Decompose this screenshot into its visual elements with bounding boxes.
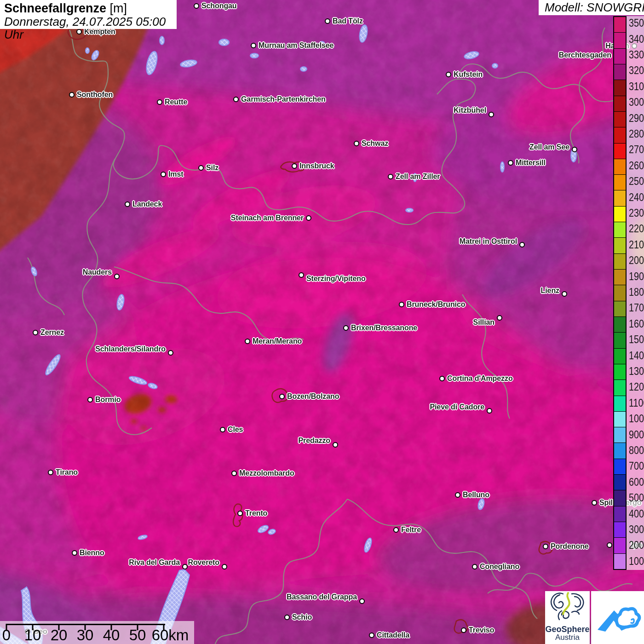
colorbar-tick-label: 1300 bbox=[629, 366, 644, 377]
city-dot bbox=[182, 564, 188, 569]
city-label: Cittadella bbox=[377, 631, 409, 639]
city-label: Bad Tölz bbox=[333, 17, 363, 25]
colorbar-cell bbox=[614, 159, 626, 175]
city-dot bbox=[233, 97, 239, 102]
city-dot bbox=[592, 500, 597, 506]
scalebar-tick-label: 40 bbox=[103, 627, 120, 644]
colorbar-cell bbox=[614, 443, 626, 459]
colorbar-cell bbox=[614, 127, 626, 143]
colorbar-cell bbox=[614, 80, 626, 96]
colorbar-cell bbox=[614, 412, 626, 427]
city-dot bbox=[222, 564, 227, 569]
city-dot bbox=[33, 330, 38, 335]
scalebar-tick-label: 0 bbox=[2, 627, 11, 644]
city-dot bbox=[306, 215, 311, 221]
colorbar-tick-label: 2200 bbox=[629, 224, 644, 234]
colorbar-cell bbox=[614, 554, 626, 569]
city-label: Bozen/Bolzano bbox=[287, 392, 339, 401]
city-label: Sillian bbox=[473, 318, 494, 327]
city-dot bbox=[497, 315, 502, 321]
city-dot bbox=[354, 141, 359, 146]
colorbar-cell bbox=[614, 270, 626, 285]
colorbar-tick-label: 3400 bbox=[629, 34, 644, 44]
weather-map-canvas: SchongauBad TölzKemptenMurnau am Staffel… bbox=[0, 0, 644, 644]
city-dot bbox=[299, 272, 304, 278]
colorbar-cell bbox=[614, 112, 626, 127]
colorbar-cell bbox=[614, 538, 626, 553]
colorbar-cell bbox=[614, 522, 626, 538]
city-dot bbox=[519, 242, 525, 247]
colorbar-tick-label: 300 bbox=[629, 524, 644, 535]
city-label: Matrei in Osttirol bbox=[460, 237, 517, 246]
city-label: Nauders bbox=[83, 268, 112, 276]
city-label: Cles bbox=[228, 426, 243, 434]
city-dot bbox=[359, 598, 365, 604]
city-dot bbox=[168, 350, 173, 356]
city-label: Meran/Merano bbox=[253, 337, 302, 345]
colorbar-tick-label: 1900 bbox=[629, 271, 644, 282]
colorbar-tick-label: 3100 bbox=[629, 81, 644, 92]
page-title: Schneefallgrenze [m] bbox=[4, 2, 177, 15]
scalebar-tick-label: 10 bbox=[24, 627, 41, 644]
colorbar-cell bbox=[614, 190, 626, 206]
city-label: Schlanders/Silandro bbox=[95, 345, 166, 353]
colorbar-tick-label: 800 bbox=[629, 445, 644, 456]
city-label: Mezzolombardo bbox=[239, 469, 294, 477]
colorbar-tick-label: 1000 bbox=[629, 414, 644, 424]
city-label: Treviso bbox=[469, 626, 494, 634]
city-label: Feltre bbox=[401, 526, 421, 534]
colorbar-cell bbox=[614, 427, 626, 443]
map-title: Schneefallgrenze bbox=[4, 1, 106, 15]
city-label: Reutte bbox=[165, 98, 187, 106]
city-label: Tirano bbox=[56, 468, 78, 477]
mountain-cloud-logo bbox=[591, 591, 644, 644]
city-dot bbox=[292, 163, 297, 169]
city-label: Kufstein bbox=[454, 70, 483, 79]
map-title-unit: [m] bbox=[106, 1, 127, 15]
colorbar-cell bbox=[614, 222, 626, 238]
city-dot bbox=[161, 172, 166, 177]
city-label: Zell am See bbox=[529, 143, 569, 151]
colorbar-tick-label: 1700 bbox=[629, 303, 644, 313]
colorbar-tick-label: 2300 bbox=[629, 208, 644, 218]
colorbar-cell bbox=[614, 333, 626, 348]
city-dot bbox=[455, 492, 460, 498]
city-label: Garmisch-Partenkirchen bbox=[241, 95, 326, 104]
city-label: Schongau bbox=[201, 2, 237, 10]
colorbar-tick-label: 1400 bbox=[629, 350, 644, 361]
colorbar-cell bbox=[614, 64, 626, 80]
colorbar-cell bbox=[614, 17, 626, 33]
city-dot bbox=[72, 550, 77, 556]
city-label: Bruneck/Brunico bbox=[407, 300, 465, 309]
geosphere-austria-logo: GeoSphere Austria bbox=[545, 591, 590, 644]
city-dot bbox=[607, 542, 612, 548]
city-dot bbox=[562, 291, 567, 297]
colorbar-swatch-column bbox=[613, 16, 627, 570]
colorbar-cell bbox=[614, 254, 626, 270]
colorbar-cell bbox=[614, 380, 626, 396]
colorbar-cell bbox=[614, 349, 626, 364]
city-dot bbox=[245, 339, 250, 344]
colorbar-tick-label: 2500 bbox=[629, 176, 644, 187]
city-label: Silz bbox=[206, 164, 218, 172]
city-label: Pieve di Cadore bbox=[430, 403, 484, 411]
colorbar-cell bbox=[614, 144, 626, 159]
model-label: Modell: SNOWGRID bbox=[539, 0, 644, 15]
city-dot bbox=[220, 427, 225, 432]
city-dot bbox=[284, 615, 290, 620]
city-dot bbox=[461, 627, 466, 633]
colorbar-cell bbox=[614, 238, 626, 253]
city-label: Imst bbox=[168, 170, 184, 178]
city-dot bbox=[157, 99, 162, 105]
city-label: Riva del Garda bbox=[129, 558, 180, 567]
city-dot bbox=[194, 3, 199, 9]
scalebar-tick-label: 20 bbox=[51, 627, 68, 644]
city-dot bbox=[325, 18, 330, 24]
city-dot bbox=[472, 564, 477, 569]
colorbar-cell bbox=[614, 175, 626, 190]
colorbar-tick-label: 3500 bbox=[629, 18, 644, 29]
city-label: Rovereto bbox=[188, 558, 219, 567]
scalebar-line bbox=[6, 624, 165, 625]
city-label: Predazzo bbox=[299, 437, 330, 445]
city-dot bbox=[543, 544, 548, 549]
